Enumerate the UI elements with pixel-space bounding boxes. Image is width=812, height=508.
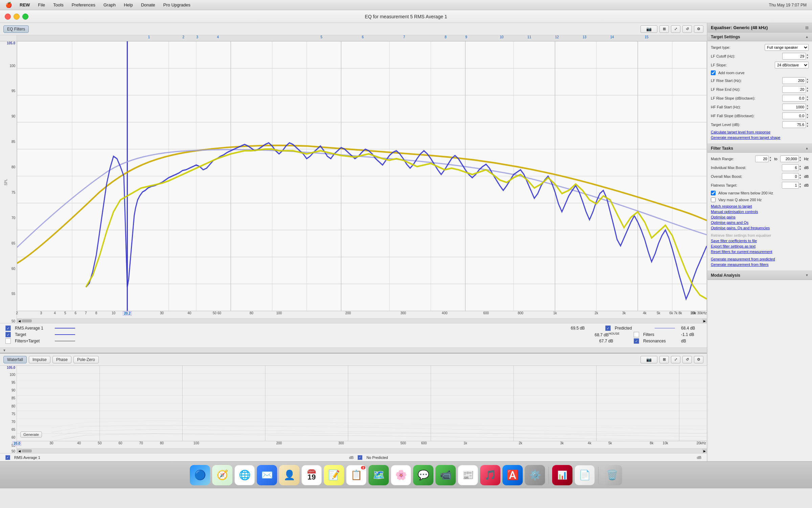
- lf-rise-slope-down[interactable]: ▼: [806, 98, 809, 101]
- minimize-button[interactable]: [14, 14, 20, 20]
- match-range-from-down[interactable]: ▼: [769, 159, 771, 162]
- match-range-from-up[interactable]: ▲: [769, 156, 771, 159]
- ind-max-boost-down[interactable]: ▼: [799, 168, 802, 171]
- menu-pro-upgrades[interactable]: Pro Upgrades: [160, 2, 194, 8]
- menu-tools[interactable]: Tools: [50, 2, 67, 8]
- manual-optimisation-link[interactable]: Manual optimisation controls: [711, 210, 809, 214]
- legend-check-resonances[interactable]: ✓: [634, 338, 639, 344]
- menu-help[interactable]: Help: [120, 2, 136, 8]
- match-response-link[interactable]: Match response to target: [711, 204, 809, 208]
- scrollbar-right-arrow[interactable]: ▶: [702, 319, 707, 323]
- lf-rise-end-up[interactable]: ▲: [806, 86, 809, 89]
- hf-fall-start-input[interactable]: [782, 104, 806, 110]
- bottom-scrollbar[interactable]: ◀ ▶: [17, 448, 707, 453]
- add-room-curve-checkbox[interactable]: [711, 70, 716, 75]
- match-range-to-up[interactable]: ▲: [799, 156, 802, 159]
- lf-cutoff-down[interactable]: ▼: [806, 56, 809, 59]
- flatness-target-down[interactable]: ▼: [799, 185, 802, 188]
- bottom-settings-icon[interactable]: ⚙: [694, 356, 703, 363]
- bottom-refresh-icon[interactable]: ↺: [682, 356, 692, 363]
- dock-icon-facetime[interactable]: 📹: [435, 465, 456, 485]
- graph-icon-camera[interactable]: 📷: [640, 25, 657, 33]
- tab-impulse[interactable]: Impulse: [29, 356, 50, 363]
- export-filter-link[interactable]: Export filter settings as text: [711, 244, 809, 248]
- scrollbar-thumb[interactable]: [22, 319, 32, 322]
- lf-cutoff-up[interactable]: ▲: [806, 53, 809, 56]
- match-range-from-input[interactable]: [755, 155, 769, 162]
- overall-max-boost-down[interactable]: ▼: [799, 176, 802, 179]
- match-range-to-input[interactable]: [780, 155, 799, 162]
- reset-filters-link[interactable]: Reset filters for current measurement: [711, 250, 809, 254]
- dock-icon-safari[interactable]: 🧭: [212, 465, 232, 485]
- dock-icon-maps[interactable]: 🗺️: [368, 465, 389, 485]
- graph-icon-expand[interactable]: ⤢: [671, 25, 680, 33]
- dock-icon-photos[interactable]: 🌸: [391, 465, 411, 485]
- dock-icon-messages[interactable]: 💬: [413, 465, 433, 485]
- optimise-gains-q-link[interactable]: Optimise gains and Qs: [711, 220, 809, 225]
- menu-donate[interactable]: Donate: [138, 2, 159, 8]
- legend-check-filters-target[interactable]: [5, 338, 11, 344]
- match-range-to-down[interactable]: ▼: [799, 159, 802, 162]
- lf-rise-start-up[interactable]: ▲: [806, 78, 809, 81]
- target-settings-header[interactable]: Target Settings ▲: [707, 33, 812, 41]
- allow-narrow-checkbox[interactable]: [711, 191, 716, 195]
- dock-icon-textedit[interactable]: 📄: [574, 465, 595, 485]
- dock-icon-finder[interactable]: 🔵: [190, 465, 210, 485]
- tab-pole-zero[interactable]: Pole-Zero: [73, 356, 99, 363]
- bottom-expand-icon[interactable]: ⤢: [671, 356, 680, 363]
- gen-from-target-link[interactable]: Generate measurement from target shape: [711, 135, 809, 140]
- lf-rise-slope-up[interactable]: ▲: [806, 95, 809, 98]
- hf-fall-slope-down[interactable]: ▼: [806, 116, 809, 119]
- hf-fall-slope-up[interactable]: ▲: [806, 113, 809, 116]
- lf-slope-select[interactable]: 24 dB/octave: [775, 62, 809, 68]
- dock-icon-notes[interactable]: 📝: [324, 465, 344, 485]
- ind-max-boost-up[interactable]: ▲: [799, 165, 802, 168]
- optimise-gains-q-freq-link[interactable]: Optimise gains, Qs and frequencies: [711, 226, 809, 230]
- menu-graph[interactable]: Graph: [100, 2, 119, 8]
- target-type-select[interactable]: Full range speaker: [765, 44, 809, 51]
- scrollbar-left-arrow[interactable]: ◀: [17, 319, 22, 323]
- dock-icon-mail[interactable]: ✉️: [257, 465, 277, 485]
- top-scrollbar[interactable]: ◀ ▶: [17, 318, 707, 323]
- bottom-legend-check-rms[interactable]: ✓: [5, 455, 10, 460]
- hf-fall-start-up[interactable]: ▲: [806, 104, 809, 107]
- flatness-target-up[interactable]: ▲: [799, 182, 802, 185]
- graph-icon-settings[interactable]: ⚙: [694, 25, 703, 33]
- dock-icon-news[interactable]: 📰: [458, 465, 478, 485]
- menu-preferences[interactable]: Preferences: [68, 2, 99, 8]
- modal-analysis-header[interactable]: Modal Analysis ▼: [707, 271, 812, 280]
- lf-rise-end-input[interactable]: [782, 86, 806, 93]
- lf-rise-end-down[interactable]: ▼: [806, 89, 809, 92]
- target-level-up[interactable]: ▲: [806, 122, 809, 125]
- legend-check-target[interactable]: ✓: [5, 332, 11, 337]
- tab-phase[interactable]: Phase: [52, 356, 71, 363]
- ind-max-boost-input[interactable]: [782, 164, 799, 171]
- hf-fall-start-down[interactable]: ▼: [806, 107, 809, 110]
- graph-icon-grid[interactable]: ⊞: [659, 25, 669, 33]
- target-level-input[interactable]: [782, 121, 806, 128]
- gen-from-filters-link[interactable]: Generate measurement from filters: [711, 262, 809, 267]
- dock-icon-reminders[interactable]: 📋 3: [346, 465, 366, 485]
- menu-rew[interactable]: REW: [16, 2, 33, 8]
- lf-rise-slope-input[interactable]: [782, 95, 806, 102]
- bottom-scrollbar-thumb[interactable]: [22, 449, 32, 452]
- flatness-target-input[interactable]: [782, 182, 799, 189]
- generate-button[interactable]: Generate: [20, 431, 42, 438]
- lf-cutoff-input[interactable]: [782, 53, 806, 60]
- filter-tasks-header[interactable]: Filter Tasks ▲: [707, 144, 812, 153]
- save-filter-link[interactable]: Save filter coefficients to file: [711, 239, 809, 243]
- overall-max-boost-input[interactable]: [782, 173, 799, 180]
- bottom-scrollbar-left[interactable]: ◀: [17, 449, 22, 453]
- bottom-legend-check-predicted[interactable]: ✓: [358, 455, 362, 460]
- bottom-camera-icon[interactable]: 📷: [640, 356, 657, 363]
- maximize-button[interactable]: [22, 14, 28, 20]
- dock-icon-chrome[interactable]: 🌐: [234, 465, 255, 485]
- optimise-gains-link[interactable]: Optimise gains: [711, 215, 809, 219]
- overall-max-boost-up[interactable]: ▲: [799, 173, 802, 176]
- lf-rise-start-input[interactable]: [782, 77, 806, 84]
- equaliser-collapse-icon[interactable]: ⊞: [805, 25, 809, 30]
- bottom-scrollbar-right[interactable]: ▶: [702, 449, 707, 453]
- dock-icon-contacts[interactable]: 👤: [279, 465, 299, 485]
- dock-icon-appstore[interactable]: 🅰️: [502, 465, 523, 485]
- bottom-chart-plot[interactable]: Generate: [17, 366, 707, 441]
